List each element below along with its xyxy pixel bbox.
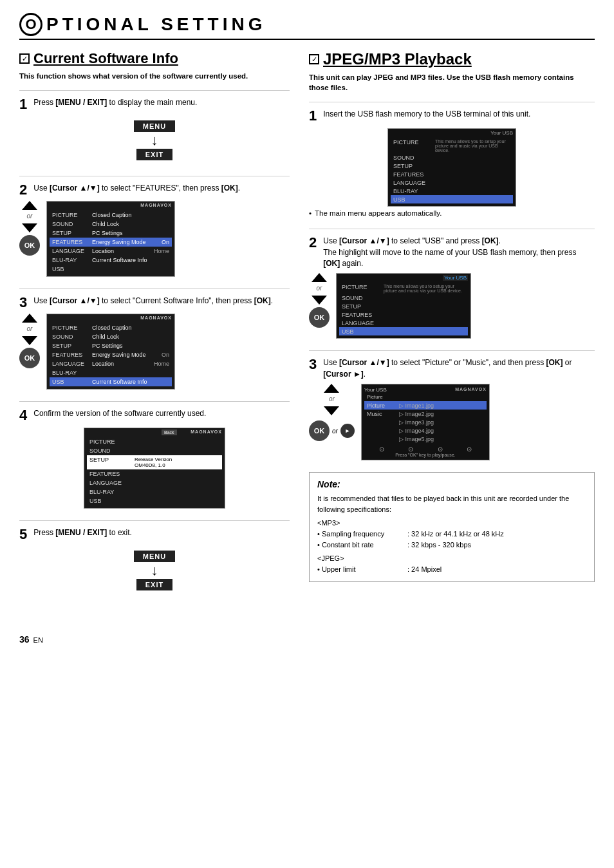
or-label: or: [27, 212, 33, 220]
menu-row-language: LANGUAGELocationHome: [50, 247, 172, 256]
menu-row4-setup: SETUP Release VersionOM40D8, 1.0: [87, 455, 222, 469]
right-section-title: JPEG/MP3 Playback: [323, 50, 472, 68]
spec-key-bitrate: • Constant bit rate: [317, 540, 401, 551]
left-step-2-header: 2 Use [Cursor ▲/▼] to select "FEATURES",…: [19, 183, 290, 197]
usb-row-usb: USB: [391, 195, 513, 203]
right-step-2-menu: Your USB PICTUREThis menu allows you to …: [336, 273, 471, 339]
usb-tag-2: Your USB: [443, 275, 468, 281]
left-step-3-text: Use [Cursor ▲/▼] to select "Current Soft…: [33, 296, 273, 307]
menu-row-usb: USB: [50, 265, 172, 274]
usb-row-bluray: BLU-RAY: [391, 187, 513, 195]
left-section-title: Current Software Info: [33, 50, 178, 67]
note-title: Note:: [317, 479, 586, 489]
usb-row-picture: PICTUREThis menu allows you to setup you…: [391, 138, 513, 153]
circle-2: ⊙: [408, 446, 413, 453]
left-step-2-text: Use [Cursor ▲/▼] to select "FEATURES", t…: [33, 183, 240, 194]
exit-label-5: EXIT: [136, 579, 172, 590]
circle-3: ⊙: [438, 446, 443, 453]
brand-r3: MAGNAVOX: [455, 387, 487, 393]
or-label-r2: or: [317, 285, 322, 292]
left-step-1: 1 Press [MENU / EXIT] to display the mai…: [19, 90, 290, 164]
file-screen-header: Your USB MAGNAVOX: [364, 387, 487, 393]
note-mp3-label: <MP3>: [317, 518, 586, 529]
left-step-1-number: 1: [19, 97, 27, 111]
left-step-4-menu: MAGNAVOX Back PICTURE SOUND SETUP Releas…: [84, 428, 225, 509]
header-circle: O: [19, 13, 42, 36]
left-step-3-number: 3: [19, 296, 27, 310]
left-step-3-header: 3 Use [Cursor ▲/▼] to select "Current So…: [19, 296, 290, 310]
left-step-5-diagram: MENU ↓ EXIT: [19, 547, 290, 594]
right-step-3-text: Use [Cursor ▲/▼] to select "Picture" or …: [323, 357, 595, 380]
menu-row4-usb: USB: [87, 496, 222, 505]
up-arrow-btn-r2: [312, 273, 327, 282]
menu-row-setup: SETUPPC Settings: [50, 229, 172, 238]
left-step-3-inner: or OK MAGNAVOX PICTUREClosed Caption SOU…: [19, 314, 290, 390]
menu-row4-picture: PICTURE: [87, 437, 222, 446]
right-section-desc: This unit can play JPEG and MP3 files. U…: [309, 72, 595, 93]
usb2-row-usb: USB: [339, 327, 468, 335]
menu-row3-bluray: BLU-RAY: [50, 368, 172, 377]
down-arrow: ↓: [151, 133, 158, 147]
note-jpeg-label: <JPEG>: [317, 553, 586, 564]
brand-label: MAGNAVOX: [140, 203, 172, 207]
left-step-5-header: 5 Press [MENU / EXIT] to exit.: [19, 527, 290, 542]
spec-key-sampling: • Sampling frequency: [317, 529, 401, 540]
or-text-r3: or: [332, 428, 338, 435]
left-step-1-diagram: MENU ↓ EXIT: [19, 117, 290, 164]
note-spec-upper: • Upper limit : 24 Mpixel: [317, 564, 586, 575]
page-lang: EN: [33, 636, 43, 644]
usb2-row-language: LANGUAGE: [339, 319, 468, 327]
play-btn-r3[interactable]: ►: [340, 424, 355, 438]
page-wrapper: O PTIONAL SETTING ✓ Current Software Inf…: [19, 13, 595, 645]
ok-btn-r3[interactable]: OK: [309, 420, 330, 441]
file-row-4: ▷ Image4.jpg: [364, 426, 487, 435]
file-row-3: ▷ Image3.jpg: [364, 418, 487, 426]
ok-btn-3[interactable]: OK: [19, 348, 40, 368]
brand-label-3: MAGNAVOX: [140, 316, 172, 320]
file-row-5: ▷ Image5.jpg: [364, 435, 487, 443]
usb2-row-features: FEATURES: [339, 310, 468, 319]
or-label-3: or: [27, 325, 33, 332]
file-row-music: Music▷ Image2.jpg: [364, 410, 487, 418]
menu-row3-setup: SETUPPC Settings: [50, 341, 172, 350]
spec-val-upper: : 24 Mpixel: [407, 564, 442, 575]
left-section-heading: ✓ Current Software Info: [19, 50, 290, 67]
note-spec-sampling: • Sampling frequency : 32 kHz or 44.1 kH…: [317, 529, 586, 540]
right-step-1-text: Insert the USB flash memory to the USB t…: [323, 109, 530, 120]
menu-row-sound: SOUNDChild Lock: [50, 220, 172, 229]
spec-key-upper: • Upper limit: [317, 564, 401, 575]
usb2-row-sound: SOUND: [339, 294, 468, 302]
left-step-2-inner: or OK MAGNAVOX PICTUREClosed Caption SOU…: [19, 201, 290, 277]
or-label-r3: or: [329, 395, 335, 402]
left-step-4-text: Confirm the version of the software curr…: [33, 408, 206, 419]
right-step-2-remote: or OK: [309, 273, 330, 328]
right-step-1-menu: Your USB PICTUREThis menu allows you to …: [387, 128, 516, 207]
back-tag: Back: [162, 429, 177, 435]
left-step-2-number: 2: [19, 183, 27, 197]
ok-btn[interactable]: OK: [19, 235, 40, 256]
menu-row4-features: FEATURES: [87, 469, 222, 478]
left-section-desc: This function shows what version of the …: [19, 71, 290, 81]
up-arrow-btn: [22, 201, 37, 210]
menu-exit-diagram-5: MENU ↓ EXIT: [134, 551, 175, 590]
left-step-2-menu: MAGNAVOX PICTUREClosed Caption SOUNDChil…: [46, 201, 175, 277]
two-col-layout: ✓ Current Software Info This function sh…: [19, 50, 595, 606]
menu-row3-usb: USBCurrent Software Info: [50, 377, 172, 386]
exit-label: EXIT: [136, 149, 172, 160]
note-spec-bitrate: • Constant bit rate : 32 kbps - 320 kbps: [317, 540, 586, 551]
right-column: ✓ JPEG/MP3 Playback This unit can play J…: [309, 50, 595, 606]
menu-row3-picture: PICTUREClosed Caption: [50, 323, 172, 332]
right-step-2-inner: or OK Your USB PICTUREThis menu allows y…: [309, 273, 595, 339]
ok-btn-r2[interactable]: OK: [309, 307, 330, 328]
up-arrow-btn-3: [22, 314, 37, 323]
left-step-4-header: 4 Confirm the version of the software cu…: [19, 408, 290, 422]
left-step-3: 3 Use [Cursor ▲/▼] to select "Current So…: [19, 288, 290, 390]
right-step-3-header: 3 Use [Cursor ▲/▼] to select "Picture" o…: [309, 357, 595, 380]
usb-row-language: LANGUAGE: [391, 178, 513, 187]
menu-row4-language: LANGUAGE: [87, 478, 222, 487]
left-step-5: 5 Press [MENU / EXIT] to exit. MENU ↓ EX…: [19, 520, 290, 594]
ok-or-row-r3: OK or ►: [309, 420, 355, 441]
menu-label: MENU: [134, 120, 175, 132]
down-arrow-5: ↓: [151, 563, 158, 578]
left-step-1-text: Press [MENU / EXIT] to display the main …: [33, 97, 197, 108]
